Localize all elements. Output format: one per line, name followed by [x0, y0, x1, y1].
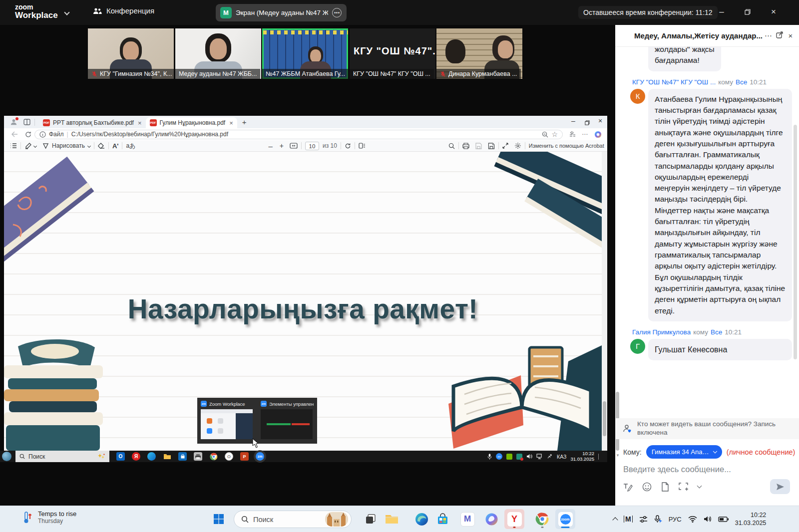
nvidia-tray-icon[interactable] [506, 454, 512, 460]
file-explorer-button[interactable] [382, 509, 401, 529]
send-button[interactable] [770, 479, 790, 494]
tray-expand-icon[interactable] [612, 517, 618, 523]
browser-close-button[interactable]: × [594, 117, 606, 125]
more-compose-chevron-icon[interactable] [697, 484, 702, 489]
toc-icon[interactable] [10, 143, 17, 149]
zoom-page-icon[interactable] [542, 131, 548, 138]
chrome-icon[interactable] [209, 452, 218, 461]
zoom-taskbar-icon[interactable]: zm [256, 452, 264, 461]
favorites-bar-icon[interactable] [569, 131, 576, 138]
to-target[interactable]: Все [711, 328, 722, 336]
notification-icon[interactable] [598, 454, 603, 460]
zoom-out-icon[interactable]: – [268, 142, 272, 150]
recipient-dropdown[interactable]: Гимназия 34 Anasta... [646, 445, 722, 459]
store-button[interactable] [432, 509, 452, 529]
split-screen-icon[interactable] [23, 119, 30, 125]
highlighter-icon[interactable] [24, 143, 31, 149]
shared-search-box[interactable]: Поиск [15, 451, 109, 462]
browser-tab-1[interactable]: PDF PPT авторлық Бахтыбике.pdf × [39, 117, 146, 128]
preview-window-1[interactable]: zm Zoom Workplace [197, 398, 257, 444]
expand-icon[interactable] [502, 143, 508, 149]
edge-button[interactable] [411, 509, 431, 529]
chat-more-icon[interactable]: ⋯ [763, 31, 774, 40]
language-indicator[interactable]: РУС [669, 516, 682, 523]
printer-icon[interactable] [194, 452, 202, 461]
read-aloud-icon[interactable]: аあ [126, 142, 135, 150]
participant-video-5[interactable]: Динара Курманбаева ... [436, 28, 522, 79]
start-orb-icon[interactable] [2, 452, 11, 461]
screen-share-indicator[interactable]: M Экран (Медеу ауданы №47 ЖБ ••• [216, 4, 347, 21]
speaker-icon[interactable] [704, 516, 712, 523]
chevron-down-icon[interactable] [87, 144, 91, 147]
message-sender[interactable]: КГУ "ОШ №47" КГУ "ОШ ... [632, 78, 716, 86]
store-icon[interactable] [178, 452, 187, 461]
explorer-icon[interactable] [163, 452, 171, 461]
powerpoint-icon[interactable]: P [240, 452, 249, 461]
profile-icon[interactable] [10, 118, 17, 126]
zoom-button-active[interactable]: zoom [555, 509, 575, 529]
copilot-icon[interactable] [594, 131, 602, 138]
participant-video-2[interactable]: Медеу ауданы №47 ЖББ... [175, 28, 261, 79]
close-tab-icon[interactable]: × [229, 119, 233, 127]
to-target[interactable]: Все [736, 78, 747, 86]
emoji-icon[interactable] [642, 482, 652, 492]
message-sender[interactable]: Галия Примкулова [632, 328, 691, 336]
app-badge-tray-icon[interactable] [516, 454, 522, 460]
page-number-input[interactable]: 10 [305, 142, 319, 150]
microphone-icon[interactable] [487, 454, 492, 460]
close-tab-icon[interactable]: × [138, 119, 142, 127]
new-tab-button[interactable]: + [242, 118, 247, 126]
participant-video-1[interactable]: КГУ "Гимназия №34", К... [88, 28, 174, 79]
edit-with-acrobat-button[interactable]: Изменить с помощью Acrobat [529, 143, 604, 149]
favorite-star-icon[interactable]: ☆ [551, 130, 558, 138]
usb-icon[interactable] [547, 454, 553, 459]
yandex-icon[interactable]: Я [132, 452, 140, 461]
chat-close-icon[interactable]: × [785, 31, 796, 40]
tab-meeting[interactable]: Конференция [93, 6, 154, 15]
back-icon[interactable] [11, 131, 18, 137]
settings-sliders-icon[interactable] [639, 516, 648, 523]
participant-video-3-active-speaker[interactable]: №47 ЖББМ Атанбаева Гу... [262, 28, 348, 79]
rotate-icon[interactable] [345, 143, 351, 149]
preview-thumbnail[interactable] [261, 409, 313, 439]
copilot-button[interactable] [481, 509, 501, 529]
speaker-icon[interactable] [526, 454, 532, 459]
yandex-browser-button[interactable]: Y [504, 509, 524, 529]
draw-label[interactable]: Нарисовать [52, 142, 85, 149]
mail-m-app-button[interactable]: M [457, 509, 477, 529]
eraser-icon[interactable] [98, 143, 105, 149]
weather-widget[interactable]: Temps to rise Thursday [23, 510, 76, 525]
browser-restore-button[interactable] [581, 119, 593, 127]
save-as-icon[interactable] [488, 143, 495, 149]
edge-icon[interactable] [147, 452, 156, 461]
format-text-icon[interactable] [623, 483, 633, 492]
preview-thumbnail[interactable] [201, 409, 253, 439]
page-view-icon[interactable] [359, 143, 366, 149]
browser-minimize-button[interactable]: – [567, 117, 579, 125]
task-view-button[interactable] [361, 509, 381, 529]
chat-messages[interactable]: жолдары" жақсы бағдарлама! КГУ "ОШ №47" … [615, 47, 799, 418]
fit-width-icon[interactable] [290, 143, 298, 149]
m-tray-icon[interactable]: M [624, 516, 633, 523]
info-icon[interactable] [39, 131, 46, 138]
shared-clock[interactable]: 10:22 31.03.2025 [570, 451, 594, 462]
browser-menu-icon[interactable]: ⋯ [582, 131, 588, 138]
minimize-button[interactable]: – [715, 6, 728, 18]
chat-scrollbar[interactable] [794, 125, 797, 359]
more-options-icon[interactable]: ••• [332, 8, 342, 17]
pop-out-icon[interactable] [774, 31, 785, 40]
shared-language-indicator[interactable]: КАЗ [557, 454, 566, 460]
text-tool-icon[interactable]: A' [112, 142, 118, 150]
chevron-down-icon[interactable] [64, 9, 69, 15]
draw-icon[interactable] [42, 143, 49, 149]
zoom-tray-icon[interactable]: zm [496, 453, 502, 460]
participant-video-4[interactable]: КГУ "ОШ №47"... КГУ "ОШ №47" КГУ "ОШ ... [350, 28, 435, 79]
chat-message-input[interactable] [623, 465, 788, 474]
search-highlight-image[interactable] [325, 512, 348, 527]
taskbar-search-box[interactable]: Поиск [234, 511, 352, 528]
taskbar-clock[interactable]: 10:22 31.03.2025 [735, 511, 767, 528]
screenshot-icon[interactable] [679, 483, 688, 492]
start-button[interactable] [209, 509, 229, 529]
restore-button[interactable] [741, 6, 754, 18]
close-button[interactable]: × [767, 6, 780, 18]
